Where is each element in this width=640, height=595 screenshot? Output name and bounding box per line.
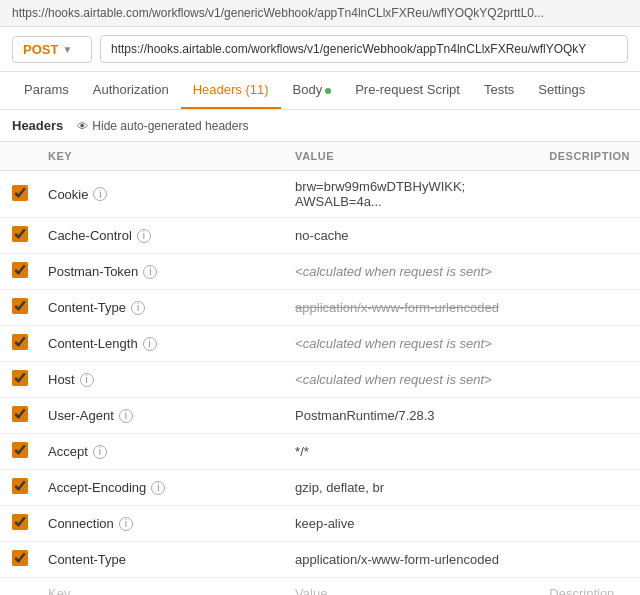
- tab-params[interactable]: Params: [12, 72, 81, 109]
- row-description-cell: [539, 470, 640, 506]
- row-checkbox[interactable]: [12, 185, 28, 201]
- table-row: Content-Typeapplication/x-www-form-urlen…: [0, 542, 640, 578]
- row-checkbox-cell: [0, 254, 38, 290]
- row-value-cell: */*: [285, 434, 539, 470]
- row-key-cell: Content-Type: [38, 542, 285, 578]
- row-key-cell: Content-Lengthi: [38, 326, 285, 362]
- row-description-cell: [539, 290, 640, 326]
- info-icon: i: [80, 373, 94, 387]
- tab-prerequest[interactable]: Pre-request Script: [343, 72, 472, 109]
- table-row: User-AgentiPostmanRuntime/7.28.3: [0, 398, 640, 434]
- placeholder-value[interactable]: Value: [285, 578, 539, 596]
- tabs-bar: ParamsAuthorizationHeaders (11)BodyPre-r…: [0, 72, 640, 110]
- row-value-cell: brw=brw99m6wDTBHyWIKK; AWSALB=4a...: [285, 171, 539, 218]
- row-key-cell: Accepti: [38, 434, 285, 470]
- row-value-cell: keep-alive: [285, 506, 539, 542]
- table-row: Postman-Tokeni<calculated when request i…: [0, 254, 640, 290]
- row-checkbox[interactable]: [12, 298, 28, 314]
- hide-autogenerated-button[interactable]: 👁 Hide auto-generated headers: [77, 119, 248, 133]
- headers-table: KEY VALUE DESCRIPTION Cookieibrw=brw99m6…: [0, 142, 640, 595]
- tab-settings[interactable]: Settings: [526, 72, 597, 109]
- row-checkbox[interactable]: [12, 406, 28, 422]
- row-key-name: Content-Type: [48, 300, 126, 315]
- dot-indicator: [325, 88, 331, 94]
- row-description-cell: [539, 398, 640, 434]
- row-key-cell: Cookiei: [38, 171, 285, 218]
- row-key-name: Cookie: [48, 187, 88, 202]
- request-row: POST ▼ https://hooks.airtable.com/workfl…: [0, 27, 640, 72]
- row-checkbox[interactable]: [12, 514, 28, 530]
- tab-headers[interactable]: Headers (11): [181, 72, 281, 109]
- placeholder-description[interactable]: Description: [539, 578, 640, 596]
- row-key-name: Content-Length: [48, 336, 138, 351]
- url-bar-text: https://hooks.airtable.com/workflows/v1/…: [12, 6, 544, 20]
- row-description-cell: [539, 506, 640, 542]
- headers-bar: Headers 👁 Hide auto-generated headers: [0, 110, 640, 142]
- row-checkbox[interactable]: [12, 442, 28, 458]
- placeholder-check: [0, 578, 38, 596]
- row-value: gzip, deflate, br: [295, 480, 384, 495]
- row-key-cell: Postman-Tokeni: [38, 254, 285, 290]
- url-input[interactable]: https://hooks.airtable.com/workflows/v1/…: [100, 35, 628, 63]
- row-key-name: User-Agent: [48, 408, 114, 423]
- row-value: keep-alive: [295, 516, 354, 531]
- tab-body[interactable]: Body: [281, 72, 344, 109]
- row-key-name: Content-Type: [48, 552, 126, 567]
- row-key-cell: Hosti: [38, 362, 285, 398]
- row-key-cell: User-Agenti: [38, 398, 285, 434]
- headers-section-label: Headers: [12, 118, 63, 133]
- tab-tests[interactable]: Tests: [472, 72, 526, 109]
- row-value: */*: [295, 444, 309, 459]
- row-checkbox[interactable]: [12, 478, 28, 494]
- row-value-cell: no-cache: [285, 218, 539, 254]
- row-checkbox-cell: [0, 326, 38, 362]
- row-checkbox-cell: [0, 362, 38, 398]
- placeholder-key[interactable]: Key: [38, 578, 285, 596]
- table-row: Content-Typeiapplication/x-www-form-urle…: [0, 290, 640, 326]
- table-header: KEY VALUE DESCRIPTION: [0, 142, 640, 171]
- row-value-cell: application/x-www-form-urlencoded: [285, 542, 539, 578]
- row-checkbox-cell: [0, 218, 38, 254]
- method-select[interactable]: POST ▼: [12, 36, 92, 63]
- row-value: no-cache: [295, 228, 348, 243]
- row-key-cell: Cache-Controli: [38, 218, 285, 254]
- row-checkbox[interactable]: [12, 334, 28, 350]
- row-description-cell: [539, 254, 640, 290]
- row-value-cell: <calculated when request is sent>: [285, 326, 539, 362]
- row-checkbox[interactable]: [12, 550, 28, 566]
- tab-authorization[interactable]: Authorization: [81, 72, 181, 109]
- row-checkbox[interactable]: [12, 226, 28, 242]
- placeholder-row: KeyValueDescription: [0, 578, 640, 596]
- row-checkbox-cell: [0, 506, 38, 542]
- row-value: brw=brw99m6wDTBHyWIKK; AWSALB=4a...: [295, 179, 465, 209]
- table-row: Accept-Encodingigzip, deflate, br: [0, 470, 640, 506]
- row-description-cell: [539, 218, 640, 254]
- row-value: <calculated when request is sent>: [295, 336, 492, 351]
- row-checkbox-cell: [0, 398, 38, 434]
- row-checkbox-cell: [0, 542, 38, 578]
- checkbox-col-header: [0, 142, 38, 171]
- row-checkbox[interactable]: [12, 370, 28, 386]
- table-row: Cookieibrw=brw99m6wDTBHyWIKK; AWSALB=4a.…: [0, 171, 640, 218]
- row-value-cell: application/x-www-form-urlencoded: [285, 290, 539, 326]
- description-col-header: DESCRIPTION: [539, 142, 640, 171]
- row-description-cell: [539, 326, 640, 362]
- value-col-header: VALUE: [285, 142, 539, 171]
- row-value: PostmanRuntime/7.28.3: [295, 408, 434, 423]
- row-key-name: Cache-Control: [48, 228, 132, 243]
- table-body: Cookieibrw=brw99m6wDTBHyWIKK; AWSALB=4a.…: [0, 171, 640, 596]
- info-icon: i: [93, 187, 107, 201]
- row-value-cell: gzip, deflate, br: [285, 470, 539, 506]
- row-key-name: Accept-Encoding: [48, 480, 146, 495]
- hide-label: Hide auto-generated headers: [92, 119, 248, 133]
- info-icon: i: [143, 265, 157, 279]
- row-value-cell: PostmanRuntime/7.28.3: [285, 398, 539, 434]
- info-icon: i: [151, 481, 165, 495]
- method-label: POST: [23, 42, 58, 57]
- row-value: application/x-www-form-urlencoded: [295, 552, 499, 567]
- row-checkbox[interactable]: [12, 262, 28, 278]
- headers-table-wrapper: KEY VALUE DESCRIPTION Cookieibrw=brw99m6…: [0, 142, 640, 595]
- row-value: <calculated when request is sent>: [295, 264, 492, 279]
- row-description-cell: [539, 171, 640, 218]
- row-checkbox-cell: [0, 470, 38, 506]
